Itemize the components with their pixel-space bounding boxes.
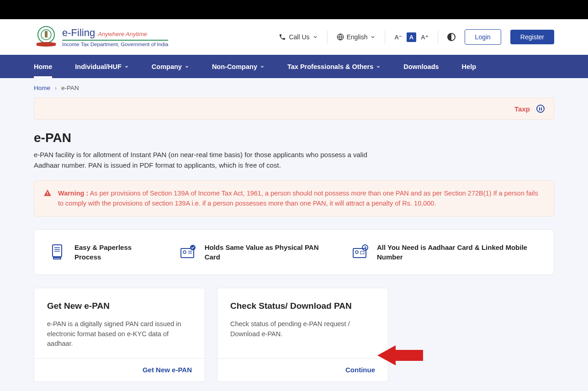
chevron-down-icon bbox=[260, 64, 265, 69]
id-card-clock-icon bbox=[351, 243, 370, 261]
nav-company[interactable]: Company bbox=[152, 55, 189, 78]
features-box: Easy & Paperless Process Holds Same Valu… bbox=[34, 229, 554, 275]
id-card-badge-icon bbox=[179, 243, 197, 261]
nav-home-label: Home bbox=[34, 63, 52, 70]
warning-icon bbox=[43, 189, 52, 196]
font-decrease-button[interactable]: A⁻ bbox=[394, 34, 402, 41]
chevron-down-icon bbox=[313, 34, 318, 40]
emblem-logo bbox=[34, 25, 58, 49]
contrast-toggle-icon[interactable] bbox=[447, 33, 456, 41]
continue-link[interactable]: Continue bbox=[345, 366, 375, 374]
feature-paperless: Easy & Paperless Process bbox=[49, 243, 152, 262]
chevron-down-icon bbox=[376, 64, 381, 69]
page-title: e-PAN bbox=[34, 131, 554, 145]
news-ticker: Taxp bbox=[34, 98, 554, 120]
document-icon bbox=[49, 243, 67, 261]
svg-rect-7 bbox=[53, 245, 62, 257]
svg-rect-19 bbox=[360, 251, 364, 254]
get-new-epan-link[interactable]: Get New e-PAN bbox=[143, 366, 192, 374]
login-button[interactable]: Login bbox=[465, 29, 501, 45]
svg-point-13 bbox=[183, 251, 186, 254]
warning-box: Warning : As per provisions of Section 1… bbox=[34, 180, 554, 217]
svg-rect-5 bbox=[47, 192, 48, 194]
warning-text: As per provisions of Section 139A of Inc… bbox=[58, 190, 538, 207]
nav-downloads-label: Downloads bbox=[403, 63, 439, 70]
feature-paperless-text: Easy & Paperless Process bbox=[74, 243, 152, 262]
feature-aadhaar: All You Need is Aadhaar Card & Linked Mo… bbox=[351, 243, 539, 262]
browser-black-bar bbox=[0, 0, 588, 19]
language-dropdown[interactable]: English bbox=[337, 33, 376, 41]
svg-rect-6 bbox=[47, 195, 48, 195]
feature-aadhaar-text: All You Need is Aadhaar Card & Linked Mo… bbox=[377, 243, 539, 262]
phone-icon bbox=[279, 33, 286, 41]
breadcrumb-separator: › bbox=[55, 85, 57, 91]
card-get-new-desc: e-PAN is a digitally signed PAN card iss… bbox=[47, 319, 192, 349]
globe-icon bbox=[337, 33, 344, 41]
card-check-status-title: Check Status/ Download PAN bbox=[230, 301, 375, 311]
language-label: English bbox=[347, 33, 368, 41]
nav-individual[interactable]: Individual/HUF bbox=[75, 55, 129, 78]
svg-rect-11 bbox=[53, 258, 61, 259]
card-check-status: Check Status/ Download PAN Check status … bbox=[217, 288, 388, 382]
call-us-label: Call Us bbox=[289, 33, 309, 41]
pause-icon[interactable] bbox=[536, 105, 545, 113]
chevron-down-icon bbox=[185, 64, 189, 69]
nav-tax-professionals[interactable]: Tax Professionals & Others bbox=[287, 55, 381, 78]
register-button[interactable]: Register bbox=[510, 30, 554, 44]
ticker-text: Taxp bbox=[514, 105, 530, 113]
svg-point-18 bbox=[355, 251, 358, 254]
font-increase-button[interactable]: A⁺ bbox=[421, 34, 428, 41]
breadcrumb-home-link[interactable]: Home bbox=[34, 85, 50, 91]
nav-individual-label: Individual/HUF bbox=[75, 63, 122, 70]
nav-company-label: Company bbox=[152, 63, 182, 70]
logo-department: Income Tax Department, Government of Ind… bbox=[62, 42, 168, 47]
logo-tagline: Anywhere Anytime bbox=[98, 31, 147, 37]
nav-help-label: Help bbox=[462, 63, 476, 70]
nav-taxpro-label: Tax Professionals & Others bbox=[287, 63, 373, 70]
nav-help[interactable]: Help bbox=[462, 55, 476, 78]
chevron-down-icon bbox=[370, 34, 376, 40]
font-size-controls: A⁻ A A⁺ bbox=[394, 32, 428, 42]
feature-same-value-text: Holds Same Value as Physical PAN Card bbox=[205, 243, 324, 262]
card-check-status-desc: Check status of pending e-PAN request / … bbox=[230, 319, 375, 339]
nav-non-company[interactable]: Non-Company bbox=[212, 55, 265, 78]
logo-area[interactable]: e-Filing Anywhere Anytime Income Tax Dep… bbox=[34, 25, 168, 49]
feature-same-value: Holds Same Value as Physical PAN Card bbox=[179, 243, 324, 262]
chevron-down-icon bbox=[124, 64, 129, 69]
site-header: e-Filing Anywhere Anytime Income Tax Dep… bbox=[0, 19, 588, 55]
nav-downloads[interactable]: Downloads bbox=[403, 55, 439, 78]
font-normal-button[interactable]: A bbox=[407, 32, 416, 42]
card-get-new-epan: Get New e-PAN e-PAN is a digitally signe… bbox=[34, 288, 205, 382]
warning-label: Warning : bbox=[58, 190, 88, 197]
breadcrumb: Home › e-PAN bbox=[34, 78, 554, 98]
call-us-dropdown[interactable]: Call Us bbox=[279, 33, 318, 41]
nav-home[interactable]: Home bbox=[34, 55, 52, 78]
main-nav: Home Individual/HUF Company Non-Company … bbox=[0, 55, 588, 78]
page-description: e-PAN facility is for allotment of Insta… bbox=[34, 150, 381, 170]
nav-noncompany-label: Non-Company bbox=[212, 63, 257, 70]
breadcrumb-current: e-PAN bbox=[61, 85, 79, 91]
svg-rect-2 bbox=[45, 31, 48, 37]
logo-title: e-Filing bbox=[62, 27, 95, 39]
card-get-new-title: Get New e-PAN bbox=[47, 301, 192, 311]
